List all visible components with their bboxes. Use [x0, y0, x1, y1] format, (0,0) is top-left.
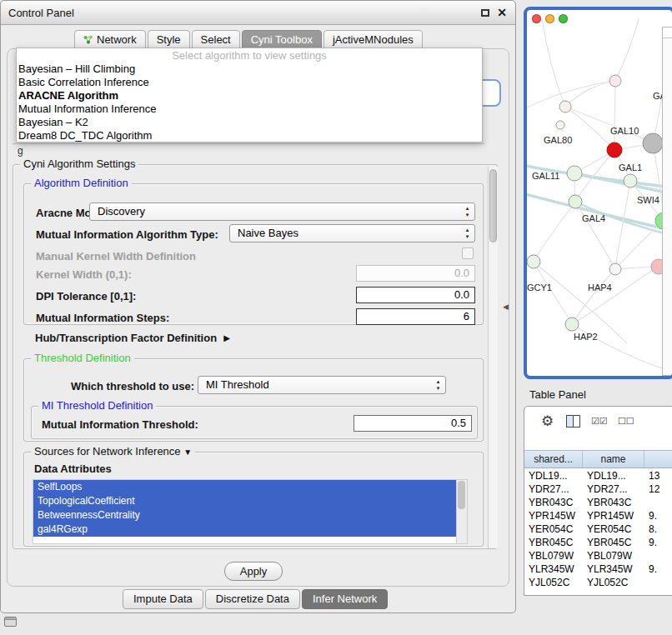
- manual-kernel-checkbox[interactable]: [462, 248, 474, 259]
- group-title: Algorithm Definition: [31, 177, 132, 189]
- dropdown-item-mutual-information[interactable]: Mutual Information Inference: [17, 102, 482, 116]
- tab-discretize-data[interactable]: Discretize Data: [205, 589, 300, 609]
- tab-label: Network: [97, 33, 137, 46]
- table-row[interactable]: YJL052CYJL052C: [524, 576, 672, 589]
- list-scrollbar[interactable]: [456, 480, 467, 543]
- table-row[interactable]: YDL19...YDL19...13: [524, 469, 672, 482]
- graph-node-label: HAP4: [588, 282, 612, 292]
- tab-infer-network[interactable]: Infer Network: [302, 589, 388, 609]
- dpi-tolerance-label: DPI Tolerance [0,1]:: [36, 290, 136, 302]
- graph-node[interactable]: [609, 75, 621, 87]
- mi-threshold-label: Mutual Information Threshold:: [42, 418, 198, 431]
- table-rows: YDL19...YDL19...13YDR27...YDR27...12YBR0…: [524, 469, 672, 595]
- minimize-traffic-light[interactable]: [545, 14, 554, 23]
- network-scrollbar[interactable]: [662, 27, 672, 376]
- table-cell: YDL19...: [583, 469, 644, 482]
- select-all-checkboxes-icon[interactable]: ☑☑: [591, 416, 608, 427]
- float-window-icon[interactable]: [481, 9, 489, 17]
- tab-impute-data[interactable]: Impute Data: [123, 589, 203, 609]
- graph-node-gal11[interactable]: [567, 166, 582, 181]
- table-cell: YBR045C: [524, 536, 583, 549]
- graph-node-label: GAL11: [532, 171, 559, 181]
- graph-node-gal1[interactable]: [624, 174, 637, 188]
- list-scrollbar-thumb[interactable]: [458, 481, 465, 509]
- table-cell: YBL079W: [524, 549, 583, 562]
- table-row[interactable]: YLR345WYLR345W9.: [524, 562, 672, 576]
- sources-title: Sources for Network Inference: [34, 445, 181, 458]
- close-icon[interactable]: ✕: [497, 6, 507, 19]
- columns-icon[interactable]: [566, 415, 580, 428]
- settings-scrollbar-thumb[interactable]: [489, 169, 497, 242]
- sources-group: Sources for Network Inference ▼ Data Att…: [23, 452, 484, 547]
- table-row[interactable]: YBR045CYBR045C9.: [524, 536, 672, 549]
- graph-edge: [615, 18, 639, 81]
- mi-steps-field[interactable]: 6: [356, 308, 475, 325]
- close-traffic-light[interactable]: [532, 14, 541, 23]
- graph-node[interactable]: [559, 101, 571, 112]
- graph-node-label: GAL1: [619, 162, 642, 172]
- dropdown-item-bayesian-hill-climbing[interactable]: Bayesian – Hill Climbing: [17, 62, 482, 76]
- dropdown-item-dream8[interactable]: Dream8 DC_TDC Algorithm: [17, 129, 482, 142]
- table-row[interactable]: YDR27...YDR27...12: [524, 482, 672, 496]
- attribute-item-gal4rgexp[interactable]: gal4RGexp: [33, 522, 456, 537]
- kernel-width-label: Kernel Width (0,1):: [36, 268, 132, 281]
- graph-node-gal80[interactable]: [556, 121, 564, 129]
- gear-icon[interactable]: ⚙: [541, 412, 554, 430]
- graph-node-hap2[interactable]: [565, 318, 579, 331]
- hub-definition-label: Hub/Transcription Factor Definition: [35, 332, 217, 344]
- aracne-mode-select[interactable]: Discovery ▴▾: [89, 202, 475, 221]
- minimized-panel-icon[interactable]: [4, 617, 17, 627]
- table-cell: [644, 496, 672, 509]
- control-panel-titlebar[interactable]: Control Panel ✕: [1, 1, 515, 25]
- data-attributes-label: Data Attributes: [34, 462, 112, 475]
- graph-edge: [565, 107, 614, 150]
- graph-node-label: GCY1: [527, 282, 552, 292]
- tab-label: Select: [201, 33, 231, 46]
- which-threshold-label: Which threshold to use:: [71, 380, 194, 392]
- algorithm-definition-group: Algorithm Definition Aracne Mode: Discov…: [23, 183, 484, 325]
- graph-node-gal[interactable]: [643, 133, 663, 153]
- attribute-item-betweennesscentrality[interactable]: BetweennessCentrality: [33, 508, 456, 522]
- apply-button[interactable]: Apply: [224, 562, 283, 581]
- table-row[interactable]: YER054CYER054C8.: [524, 522, 672, 536]
- table-row[interactable]: YBR043CYBR043C: [524, 496, 672, 509]
- attribute-item-topologicalcoefficient[interactable]: TopologicalCoefficient: [33, 494, 456, 508]
- table-cell: 9.: [644, 536, 672, 549]
- column-header-partial[interactable]: [644, 451, 672, 468]
- group-title: MI Threshold Definition: [38, 399, 156, 412]
- table-row[interactable]: YPR145WYPR145W9.: [524, 509, 672, 522]
- graph-node-label: GAL80: [544, 135, 572, 145]
- network-view-window[interactable]: GAL80GAL10GAL11GAL1SWI4GAL4GCY1HAP4HAP2G…: [524, 7, 672, 379]
- column-header-name[interactable]: name: [583, 451, 644, 468]
- bottom-tabs: Impute Data Discretize Data Infer Networ…: [123, 589, 389, 609]
- mi-threshold-field[interactable]: 0.5: [354, 415, 472, 432]
- attribute-item-selfloops[interactable]: SelfLoops: [33, 480, 456, 494]
- panel-splitter-handle[interactable]: ◀: [503, 302, 509, 311]
- table-cell: [644, 549, 672, 562]
- which-threshold-select[interactable]: MI Threshold ▴▾: [198, 376, 446, 394]
- network-scrollbar-button[interactable]: [663, 28, 672, 38]
- column-header-shared-name[interactable]: shared...: [524, 451, 583, 468]
- control-panel-window: Control Panel ✕ Network Style Select Cyn…: [0, 0, 516, 613]
- graph-node-hap4[interactable]: [609, 263, 621, 275]
- settings-scrollbar[interactable]: [488, 167, 498, 548]
- deselect-all-checkboxes-icon[interactable]: ☐☐: [618, 416, 634, 427]
- graph-node-gal10[interactable]: [607, 142, 622, 158]
- mi-type-select[interactable]: Naive Bayes ▴▾: [229, 224, 475, 242]
- sources-toggle[interactable]: Sources for Network Inference ▼: [31, 445, 195, 458]
- table-row[interactable]: YBL079WYBL079W: [524, 549, 672, 562]
- dpi-tolerance-field[interactable]: 0.0: [356, 287, 475, 303]
- algorithm-dropdown-list: Select algorithm to view settings Bayesi…: [16, 48, 483, 142]
- table-panel-window: ⚙ ☑☑ ☐☐ shared... name YDL19...YDL19...1…: [524, 406, 672, 596]
- graph-edge: [614, 81, 615, 150]
- graph-node-gcy1[interactable]: [527, 255, 540, 268]
- kernel-width-field[interactable]: 0.0: [356, 265, 475, 282]
- dropdown-item-basic-correlation[interactable]: Basic Correlation Inference: [17, 76, 482, 89]
- graph-node-gal4[interactable]: [569, 195, 582, 208]
- hub-definition-toggle[interactable]: Hub/Transcription Factor Definition ▶: [35, 332, 230, 344]
- network-graph[interactable]: GAL80GAL10GAL11GAL1SWI4GAL4GCY1HAP4HAP2G…: [527, 10, 672, 376]
- dropdown-item-aracne[interactable]: ARACNE Algorithm: [17, 89, 482, 102]
- window-title: Control Panel: [8, 7, 74, 19]
- dropdown-item-bayesian-k2[interactable]: Bayesian – K2: [17, 116, 482, 129]
- zoom-traffic-light[interactable]: [559, 14, 568, 23]
